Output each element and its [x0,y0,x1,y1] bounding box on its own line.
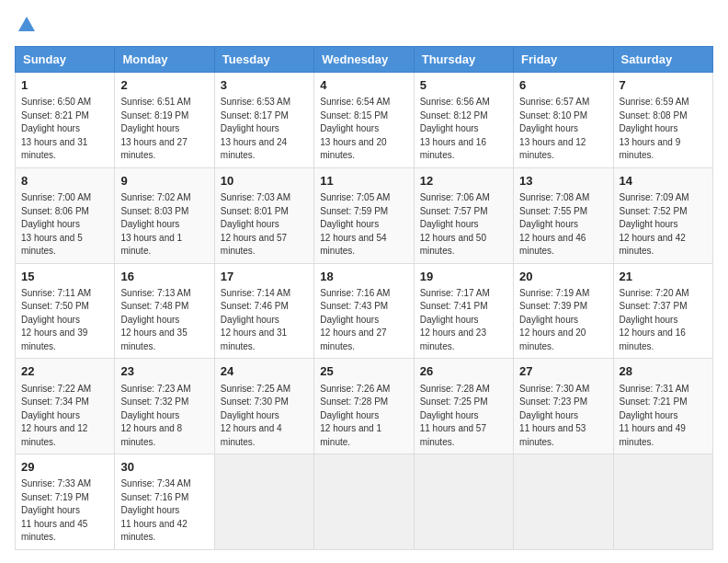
day-number: 10 [221,173,308,190]
day-info: Sunrise: 7:16 AMSunset: 7:43 PMDaylight … [320,287,407,354]
day-number: 22 [21,363,108,380]
day-info: Sunrise: 7:06 AMSunset: 7:57 PMDaylight … [420,191,507,259]
day-info: Sunrise: 6:50 AMSunset: 8:21 PMDaylight … [21,96,108,163]
day-number: 20 [519,269,607,285]
day-number: 11 [320,173,407,190]
weekday-header-sunday: Sunday [16,47,115,73]
day-info: Sunrise: 7:13 AMSunset: 7:48 PMDaylight … [120,287,208,354]
day-info: Sunrise: 7:17 AMSunset: 7:41 PMDaylight … [420,287,507,354]
day-info: Sunrise: 7:19 AMSunset: 7:39 PMDaylight … [519,287,607,354]
day-number: 13 [519,173,607,190]
day-number: 26 [420,363,507,380]
day-number: 12 [420,173,507,190]
day-number: 14 [620,173,707,190]
day-number: 24 [221,363,308,380]
weekday-header-tuesday: Tuesday [214,47,313,73]
calendar-cell: 29Sunrise: 7:33 AMSunset: 7:19 PMDayligh… [16,454,115,550]
day-info: Sunrise: 6:51 AMSunset: 8:19 PMDaylight … [120,96,208,163]
calendar-cell [414,454,513,550]
day-number: 17 [221,269,308,285]
calendar-week-5: 29Sunrise: 7:33 AMSunset: 7:19 PMDayligh… [16,454,713,550]
calendar-cell: 15Sunrise: 7:11 AMSunset: 7:50 PMDayligh… [16,263,115,359]
weekday-header-friday: Friday [514,47,613,73]
day-number: 9 [120,173,208,190]
weekday-header-wednesday: Wednesday [314,47,414,73]
calendar-cell [613,454,712,550]
calendar-week-3: 15Sunrise: 7:11 AMSunset: 7:50 PMDayligh… [16,263,713,359]
calendar-cell: 12Sunrise: 7:06 AMSunset: 7:57 PMDayligh… [414,167,513,263]
day-info: Sunrise: 7:09 AMSunset: 7:52 PMDaylight … [620,191,707,259]
calendar-cell: 28Sunrise: 7:31 AMSunset: 7:21 PMDayligh… [613,359,712,454]
day-number: 2 [120,77,208,94]
day-info: Sunrise: 7:02 AMSunset: 8:03 PMDaylight … [120,191,208,259]
day-info: Sunrise: 6:57 AMSunset: 8:10 PMDaylight … [519,96,607,163]
calendar-cell: 6Sunrise: 6:57 AMSunset: 8:10 PMDaylight… [514,73,613,168]
calendar-cell: 7Sunrise: 6:59 AMSunset: 8:08 PMDaylight… [613,73,712,168]
svg-marker-0 [18,17,35,31]
day-number: 7 [620,77,707,94]
calendar-cell [214,454,313,550]
calendar-cell: 20Sunrise: 7:19 AMSunset: 7:39 PMDayligh… [514,263,613,359]
weekday-header-saturday: Saturday [613,47,712,73]
weekday-header-monday: Monday [115,47,214,73]
day-number: 8 [21,173,108,190]
day-number: 15 [21,269,108,285]
calendar-cell: 10Sunrise: 7:03 AMSunset: 8:01 PMDayligh… [214,167,313,263]
calendar-cell: 26Sunrise: 7:28 AMSunset: 7:25 PMDayligh… [414,359,513,454]
logo [15,15,39,35]
calendar-cell: 27Sunrise: 7:30 AMSunset: 7:23 PMDayligh… [514,359,613,454]
calendar-cell: 11Sunrise: 7:05 AMSunset: 7:59 PMDayligh… [314,167,414,263]
day-info: Sunrise: 7:33 AMSunset: 7:19 PMDaylight … [21,477,108,545]
weekday-header-row: SundayMondayTuesdayWednesdayThursdayFrid… [16,47,713,73]
calendar-cell: 16Sunrise: 7:13 AMSunset: 7:48 PMDayligh… [115,263,214,359]
day-number: 21 [620,269,707,285]
day-info: Sunrise: 7:05 AMSunset: 7:59 PMDaylight … [320,191,407,259]
day-info: Sunrise: 7:08 AMSunset: 7:55 PMDaylight … [519,191,607,259]
day-info: Sunrise: 7:25 AMSunset: 7:30 PMDaylight … [221,383,308,450]
day-number: 25 [320,363,407,380]
calendar-week-2: 8Sunrise: 7:00 AMSunset: 8:06 PMDaylight… [16,167,713,263]
day-info: Sunrise: 6:53 AMSunset: 8:17 PMDaylight … [221,96,308,163]
calendar-cell: 30Sunrise: 7:34 AMSunset: 7:16 PMDayligh… [115,454,214,550]
day-number: 28 [620,363,707,380]
day-number: 16 [120,269,208,285]
calendar-cell: 1Sunrise: 6:50 AMSunset: 8:21 PMDaylight… [16,73,115,168]
day-number: 6 [519,77,607,94]
day-info: Sunrise: 7:11 AMSunset: 7:50 PMDaylight … [21,287,108,354]
calendar-cell: 24Sunrise: 7:25 AMSunset: 7:30 PMDayligh… [214,359,313,454]
calendar-cell: 23Sunrise: 7:23 AMSunset: 7:32 PMDayligh… [115,359,214,454]
calendar-cell: 21Sunrise: 7:20 AMSunset: 7:37 PMDayligh… [613,263,712,359]
day-info: Sunrise: 6:59 AMSunset: 8:08 PMDaylight … [620,96,707,163]
calendar-cell: 17Sunrise: 7:14 AMSunset: 7:46 PMDayligh… [214,263,313,359]
calendar-cell: 25Sunrise: 7:26 AMSunset: 7:28 PMDayligh… [314,359,414,454]
logo-text [15,15,39,35]
day-info: Sunrise: 7:30 AMSunset: 7:23 PMDaylight … [519,383,607,450]
calendar-week-1: 1Sunrise: 6:50 AMSunset: 8:21 PMDaylight… [16,73,713,168]
day-number: 5 [420,77,507,94]
calendar-table: SundayMondayTuesdayWednesdayThursdayFrid… [15,46,713,549]
page-header [15,15,713,35]
day-info: Sunrise: 7:28 AMSunset: 7:25 PMDaylight … [420,383,507,450]
day-number: 23 [120,363,208,380]
calendar-cell: 14Sunrise: 7:09 AMSunset: 7:52 PMDayligh… [613,167,712,263]
day-number: 18 [320,269,407,285]
day-info: Sunrise: 6:56 AMSunset: 8:12 PMDaylight … [420,96,507,163]
calendar-cell: 8Sunrise: 7:00 AMSunset: 8:06 PMDaylight… [16,167,115,263]
calendar-cell: 13Sunrise: 7:08 AMSunset: 7:55 PMDayligh… [514,167,613,263]
calendar-cell: 2Sunrise: 6:51 AMSunset: 8:19 PMDaylight… [115,73,214,168]
day-info: Sunrise: 7:03 AMSunset: 8:01 PMDaylight … [221,191,308,259]
calendar-cell: 19Sunrise: 7:17 AMSunset: 7:41 PMDayligh… [414,263,513,359]
day-info: Sunrise: 7:31 AMSunset: 7:21 PMDaylight … [620,383,707,450]
day-number: 3 [221,77,308,94]
day-info: Sunrise: 7:22 AMSunset: 7:34 PMDaylight … [21,383,108,450]
calendar-cell: 4Sunrise: 6:54 AMSunset: 8:15 PMDaylight… [314,73,414,168]
day-info: Sunrise: 7:00 AMSunset: 8:06 PMDaylight … [21,191,108,259]
calendar-week-4: 22Sunrise: 7:22 AMSunset: 7:34 PMDayligh… [16,359,713,454]
day-number: 19 [420,269,507,285]
day-number: 4 [320,77,407,94]
day-info: Sunrise: 6:54 AMSunset: 8:15 PMDaylight … [320,96,407,163]
calendar-cell [314,454,414,550]
calendar-cell: 22Sunrise: 7:22 AMSunset: 7:34 PMDayligh… [16,359,115,454]
weekday-header-thursday: Thursday [414,47,513,73]
day-number: 1 [21,77,108,94]
